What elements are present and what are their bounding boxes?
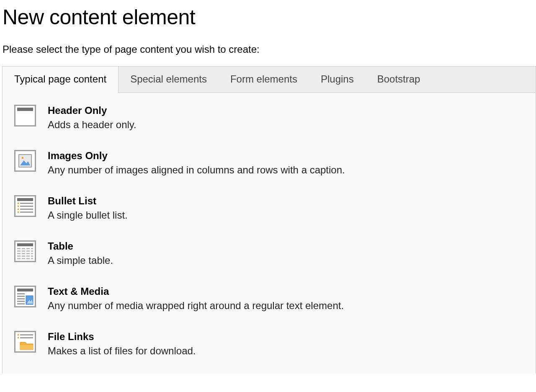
svg-rect-39 [17, 289, 33, 291]
content-type-panel: Header Only Adds a header only. Images O… [2, 93, 536, 374]
svg-rect-24 [26, 250, 30, 252]
svg-rect-9 [20, 203, 33, 204]
tab-strip: Typical page content Special elements Fo… [3, 66, 536, 93]
svg-rect-52 [20, 345, 33, 350]
svg-rect-49 [20, 334, 33, 335]
svg-rect-48 [18, 334, 19, 335]
svg-rect-13 [20, 209, 33, 210]
svg-rect-1 [17, 108, 33, 111]
file-links-icon [14, 331, 36, 353]
content-type-text-media[interactable]: Text & Media Any number of media wrapped… [14, 286, 524, 312]
item-title: Images Only [48, 150, 345, 162]
svg-rect-40 [17, 293, 25, 294]
item-desc: Makes a list of files for download. [48, 345, 196, 357]
svg-rect-23 [22, 250, 25, 252]
svg-rect-7 [17, 198, 33, 201]
svg-rect-14 [18, 211, 19, 213]
svg-rect-44 [17, 303, 25, 304]
text-media-icon [14, 286, 36, 307]
svg-rect-19 [22, 248, 25, 249]
content-type-file-links[interactable]: File Links Makes a list of files for dow… [14, 331, 524, 357]
svg-rect-26 [17, 253, 21, 254]
svg-rect-33 [31, 255, 33, 257]
bullet-list-icon [14, 195, 36, 217]
svg-rect-8 [18, 203, 19, 204]
tab-form-elements[interactable]: Form elements [219, 67, 309, 93]
svg-rect-31 [22, 255, 25, 257]
svg-rect-18 [17, 248, 21, 249]
svg-rect-17 [17, 243, 33, 246]
svg-rect-30 [17, 255, 21, 257]
tab-bootstrap[interactable]: Bootstrap [366, 67, 432, 93]
item-desc: Any number of images aligned in columns … [48, 164, 345, 176]
tab-plugins[interactable]: Plugins [309, 67, 366, 93]
svg-rect-37 [31, 258, 33, 259]
svg-point-4 [22, 157, 24, 159]
item-title: Bullet List [48, 195, 128, 207]
intro-text: Please select the type of page content y… [3, 44, 536, 55]
item-title: Text & Media [48, 286, 344, 297]
svg-rect-29 [31, 253, 33, 254]
svg-rect-15 [20, 211, 33, 213]
content-type-bullet-list[interactable]: Bullet List A single bullet list. [14, 195, 524, 221]
content-type-header-only[interactable]: Header Only Adds a header only. [14, 105, 524, 131]
item-title: Table [48, 240, 113, 252]
svg-rect-10 [18, 206, 19, 207]
table-icon [14, 240, 36, 262]
item-desc: A single bullet list. [48, 209, 128, 221]
images-only-icon [14, 150, 36, 172]
item-desc: Any number of media wrapped right around… [48, 300, 344, 312]
svg-rect-12 [18, 209, 19, 210]
svg-rect-36 [26, 258, 30, 259]
item-desc: A simple table. [48, 255, 113, 266]
page-title: New content element [3, 5, 536, 29]
svg-rect-22 [17, 250, 21, 252]
svg-rect-28 [26, 253, 30, 254]
svg-rect-43 [17, 301, 25, 302]
svg-rect-27 [22, 253, 25, 254]
tab-special-elements[interactable]: Special elements [119, 67, 219, 93]
svg-rect-42 [17, 298, 25, 299]
svg-rect-50 [18, 337, 19, 338]
svg-rect-51 [20, 337, 33, 338]
header-only-icon [14, 105, 36, 126]
item-desc: Adds a header only. [48, 119, 137, 131]
svg-rect-34 [17, 258, 21, 259]
svg-rect-41 [17, 296, 25, 297]
svg-rect-11 [20, 206, 33, 207]
svg-rect-21 [31, 248, 33, 249]
item-title: Header Only [48, 105, 137, 116]
svg-rect-35 [22, 258, 25, 259]
svg-rect-25 [31, 250, 33, 252]
item-title: File Links [48, 331, 196, 343]
svg-rect-32 [26, 255, 30, 257]
content-type-table[interactable]: Table A simple table. [14, 240, 524, 266]
tab-typical-page-content[interactable]: Typical page content [2, 66, 119, 93]
svg-rect-20 [26, 248, 30, 249]
content-type-images-only[interactable]: Images Only Any number of images aligned… [14, 150, 524, 176]
